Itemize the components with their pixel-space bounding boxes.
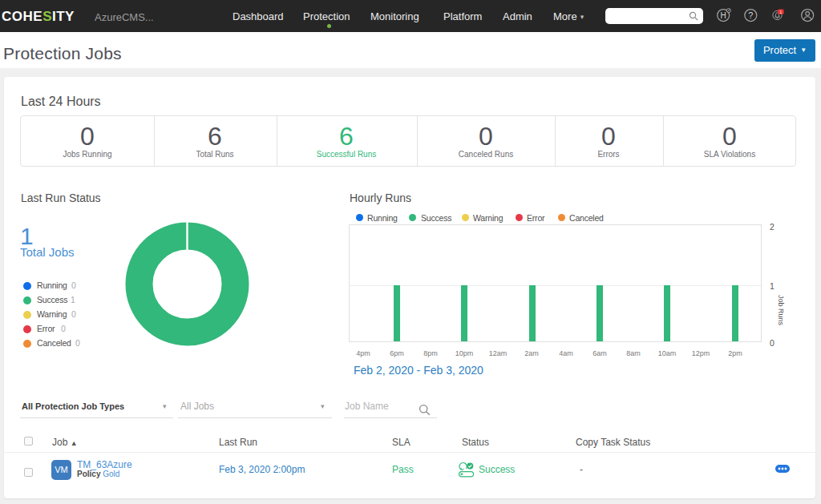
svg-text:H: H — [721, 11, 726, 20]
svg-text:1: 1 — [779, 10, 782, 14]
svg-text:?: ? — [748, 10, 753, 20]
